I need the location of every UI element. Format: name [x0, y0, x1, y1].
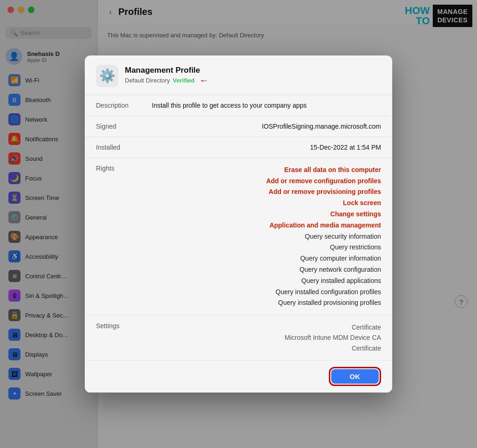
rights-item: Query security information: [152, 231, 381, 242]
rights-item: Erase all data on this computer: [152, 165, 381, 176]
rights-item: Query installed provisioning profiles: [152, 297, 381, 309]
rights-item: Query computer information: [152, 253, 381, 264]
installed-label: Installed: [96, 144, 152, 151]
profile-name: Management Profile: [125, 66, 209, 75]
description-row: Description Install this profile to get …: [85, 95, 392, 116]
settings-row: Settings CertificateMicrosoft Intune MDM…: [85, 316, 392, 360]
arrow-annotation: ←: [199, 75, 209, 86]
rights-item: Lock screen: [152, 198, 381, 209]
settings-cert-line: Microsoft Intune MDM Device CA: [152, 332, 381, 343]
dialog-footer: OK: [85, 360, 392, 393]
settings-cert-line: Certificate: [152, 343, 381, 353]
rights-item: Query installed configuration profiles: [152, 287, 381, 298]
rights-row: Rights Erase all data on this computerAd…: [85, 158, 392, 316]
profile-dialog: ⚙️ Management Profile Default Directory …: [85, 55, 392, 393]
settings-label: Settings: [96, 322, 152, 330]
rights-item: Query installed applications: [152, 276, 381, 287]
profile-directory: Default Directory: [125, 77, 170, 84]
dialog-content[interactable]: Description Install this profile to get …: [85, 95, 392, 360]
profile-icon: ⚙️: [96, 65, 118, 87]
description-value: Install this profile to get access to yo…: [152, 102, 381, 109]
rights-item: Add or remove configuration profiles: [152, 176, 381, 187]
main-window: 🔍 👤 Snehasis D Apple ID 📶 Wi-Fi B Blueto…: [0, 0, 477, 448]
rights-item: Add or remove provisioning profiles: [152, 186, 381, 198]
signed-label: Signed: [96, 123, 152, 130]
description-label: Description: [96, 102, 152, 109]
rights-item: Query network configuration: [152, 264, 381, 276]
signed-value: IOSProfileSigning.manage.microsoft.com: [152, 123, 381, 130]
installed-value: 15-Dec-2022 at 1:54 PM: [152, 144, 381, 151]
rights-item: Change settings: [152, 209, 381, 220]
rights-item: Query restrictions: [152, 242, 381, 253]
rights-item: Application and media management: [152, 220, 381, 231]
ok-button[interactable]: OK: [331, 369, 379, 384]
installed-row: Installed 15-Dec-2022 at 1:54 PM: [85, 137, 392, 158]
signed-row: Signed IOSProfileSigning.manage.microsof…: [85, 116, 392, 137]
ok-btn-wrapper: OK: [329, 367, 382, 386]
settings-cert-line: Certificate: [152, 322, 381, 332]
modal-overlay: ⚙️ Management Profile Default Directory …: [0, 0, 477, 448]
verified-badge: Verified: [173, 77, 195, 84]
profile-subtitle: Default Directory Verified ←: [125, 75, 209, 86]
rights-values: Erase all data on this computerAdd or re…: [152, 165, 381, 309]
profile-header-info: Management Profile Default Directory Ver…: [125, 66, 209, 86]
rights-label: Rights: [96, 165, 152, 172]
dialog-header: ⚙️ Management Profile Default Directory …: [85, 55, 392, 95]
settings-values: CertificateMicrosoft Intune MDM Device C…: [152, 322, 381, 353]
